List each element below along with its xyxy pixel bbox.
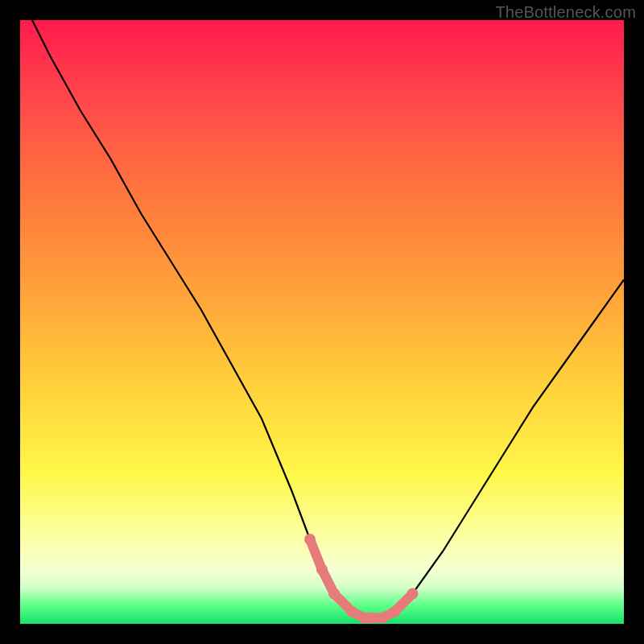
highlight-dot: [347, 606, 358, 617]
chart-frame: TheBottleneck.com: [0, 0, 644, 644]
highlight-points: [304, 534, 419, 624]
highlight-dot: [377, 613, 388, 624]
highlight-dot: [365, 613, 376, 624]
watermark-text: TheBottleneck.com: [495, 3, 636, 22]
highlight-dot: [407, 588, 419, 600]
highlight-dot: [328, 588, 340, 600]
highlight-dot: [304, 534, 316, 545]
bottleneck-curve: [32, 20, 624, 618]
highlight-dot: [389, 606, 400, 617]
curve-layer: [20, 20, 624, 624]
plot-area: [20, 20, 624, 624]
highlight-dot: [316, 564, 328, 576]
